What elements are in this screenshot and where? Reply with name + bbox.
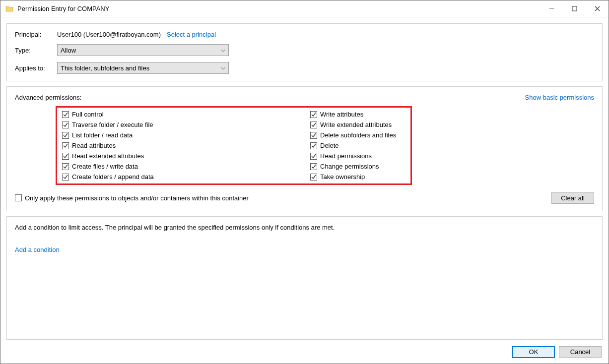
principal-label: Principal:	[15, 31, 57, 38]
condition-description: Add a condition to limit access. The pri…	[15, 224, 594, 231]
permission-checkbox[interactable]	[310, 174, 317, 181]
principal-value: User100 (User100@firatboyan.com)	[57, 31, 161, 38]
titlebar: Permission Entry for COMPANY	[0, 0, 609, 17]
permission-item: List folder / read data	[62, 131, 310, 139]
permission-checkbox[interactable]	[62, 111, 69, 118]
permission-label: Read extended attributes	[72, 152, 144, 160]
permission-label: Take ownership	[320, 173, 365, 181]
applies-to-combo-value: This folder, subfolders and files	[61, 64, 149, 72]
permission-label: Write extended attributes	[320, 121, 392, 128]
only-apply-label: Only apply these permissions to objects …	[25, 194, 249, 202]
permission-label: Read attributes	[72, 142, 116, 149]
only-apply-checkbox[interactable]	[15, 194, 22, 201]
permission-label: Create files / write data	[72, 163, 138, 170]
content-area: Principal: User100 (User100@firatboyan.c…	[0, 17, 609, 340]
advanced-permissions-panel: Advanced permissions: Show basic permiss…	[6, 86, 603, 211]
permission-checkbox[interactable]	[62, 132, 69, 139]
permission-label: Delete subfolders and files	[320, 131, 396, 139]
permission-item: Write attributes	[310, 111, 396, 118]
permission-item: Full control	[62, 111, 310, 118]
permission-item: Create files / write data	[62, 163, 310, 170]
permission-checkbox[interactable]	[62, 174, 69, 181]
permissions-highlight-box: Full controlTraverse folder / execute fi…	[56, 106, 412, 185]
permission-label: Delete	[320, 142, 339, 149]
minimize-button[interactable]	[540, 0, 563, 17]
permission-item: Read extended attributes	[62, 152, 310, 160]
permissions-column-left: Full controlTraverse folder / execute fi…	[62, 111, 310, 181]
permission-item: Read permissions	[310, 152, 396, 160]
permission-item: Write extended attributes	[310, 121, 396, 128]
permission-checkbox[interactable]	[62, 142, 69, 149]
permission-label: Read permissions	[320, 152, 372, 160]
permission-checkbox[interactable]	[310, 111, 317, 118]
permission-item: Create folders / append data	[62, 173, 310, 181]
permission-label: Write attributes	[320, 111, 363, 118]
permission-item: Take ownership	[310, 173, 396, 181]
permission-checkbox[interactable]	[310, 142, 317, 149]
cancel-button[interactable]: Cancel	[559, 346, 602, 358]
close-button[interactable]	[586, 0, 609, 17]
chevron-down-icon	[221, 64, 225, 72]
permissions-column-right: Write attributesWrite extended attribute…	[310, 111, 396, 181]
permission-label: Traverse folder / execute file	[72, 121, 153, 128]
permission-label: Full control	[72, 111, 104, 118]
condition-panel: Add a condition to limit access. The pri…	[6, 216, 603, 340]
ok-button[interactable]: OK	[512, 346, 555, 358]
permission-item: Delete	[310, 142, 396, 149]
type-label: Type:	[15, 47, 57, 54]
permission-checkbox[interactable]	[62, 163, 69, 170]
type-combo-value: Allow	[61, 47, 76, 54]
window-title: Permission Entry for COMPANY	[17, 5, 109, 12]
show-basic-permissions-link[interactable]: Show basic permissions	[525, 94, 594, 101]
permission-item: Delete subfolders and files	[310, 131, 396, 139]
permission-label: Create folders / append data	[72, 173, 154, 181]
svg-rect-1	[572, 6, 577, 11]
type-combo[interactable]: Allow	[57, 44, 229, 56]
permission-checkbox[interactable]	[310, 163, 317, 170]
permission-item: Change permissions	[310, 163, 396, 170]
applies-to-combo[interactable]: This folder, subfolders and files	[57, 62, 229, 74]
permission-checkbox[interactable]	[310, 121, 317, 128]
clear-all-button[interactable]: Clear all	[551, 192, 594, 204]
applies-to-label: Applies to:	[15, 64, 57, 72]
permission-checkbox[interactable]	[62, 153, 69, 160]
permission-label: List folder / read data	[72, 131, 133, 139]
permission-checkbox[interactable]	[310, 132, 317, 139]
advanced-permissions-label: Advanced permissions:	[15, 94, 81, 101]
principal-panel: Principal: User100 (User100@firatboyan.c…	[6, 23, 603, 81]
permission-entry-window: Permission Entry for COMPANY Principal: …	[0, 0, 609, 364]
permission-item: Read attributes	[62, 142, 310, 149]
permission-checkbox[interactable]	[62, 121, 69, 128]
select-principal-link[interactable]: Select a principal	[167, 31, 216, 38]
chevron-down-icon	[221, 47, 225, 54]
folder-icon	[5, 5, 13, 13]
permission-item: Traverse folder / execute file	[62, 121, 310, 128]
maximize-button[interactable]	[563, 0, 586, 17]
permission-label: Change permissions	[320, 163, 379, 170]
dialog-footer: OK Cancel	[0, 340, 609, 364]
permission-checkbox[interactable]	[310, 153, 317, 160]
add-condition-link[interactable]: Add a condition	[15, 246, 60, 253]
